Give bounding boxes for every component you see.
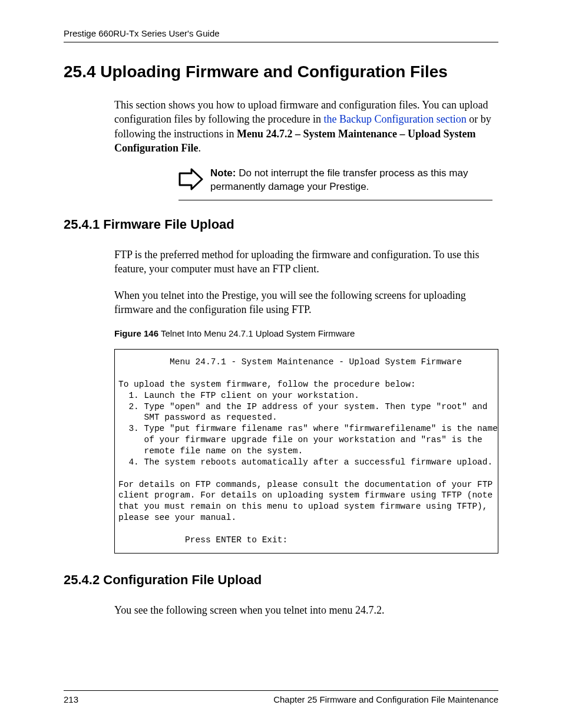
section-heading-2542: 25.4.2 Configuration File Upload: [64, 572, 498, 588]
backup-config-link[interactable]: the Backup Configuration section: [323, 113, 466, 125]
note-text: Note: Do not interrupt the file transfer…: [210, 167, 492, 194]
note-block: Note: Do not interrupt the file transfer…: [178, 167, 492, 200]
figure-title: Telnet Into Menu 24.7.1 Upload System Fi…: [158, 328, 355, 338]
guide-title: Prestige 660RU-Tx Series User's Guide: [64, 28, 220, 38]
section-2542-para1: You see the following screen when you te…: [114, 603, 498, 617]
note-label: Note:: [210, 167, 236, 179]
arrow-right-icon: [178, 168, 204, 193]
figure-146-caption: Figure 146 Telnet Into Menu 24.7.1 Uploa…: [114, 328, 498, 338]
para-end: .: [199, 142, 201, 154]
note-body: Do not interrupt the file transfer proce…: [210, 167, 468, 192]
section-2541-para1: FTP is the preferred method for uploadin…: [114, 248, 498, 276]
section-254-paragraph: This section shows you how to upload fir…: [114, 98, 498, 155]
section-heading-2541: 25.4.1 Firmware File Upload: [64, 217, 498, 232]
page-header: Prestige 660RU-Tx Series User's Guide: [64, 28, 498, 42]
page-number: 213: [64, 694, 78, 704]
chapter-title: Chapter 25 Firmware and Configuration Fi…: [273, 694, 498, 704]
section-heading-254: 25.4 Uploading Firmware and Configuratio…: [64, 62, 498, 81]
figure-label: Figure 146: [114, 328, 158, 338]
page-footer: 213 Chapter 25 Firmware and Configuratio…: [64, 690, 498, 704]
telnet-screen-code: Menu 24.7.1 - System Maintenance - Uploa…: [114, 349, 498, 553]
section-2541-para2: When you telnet into the Prestige, you w…: [114, 288, 498, 317]
